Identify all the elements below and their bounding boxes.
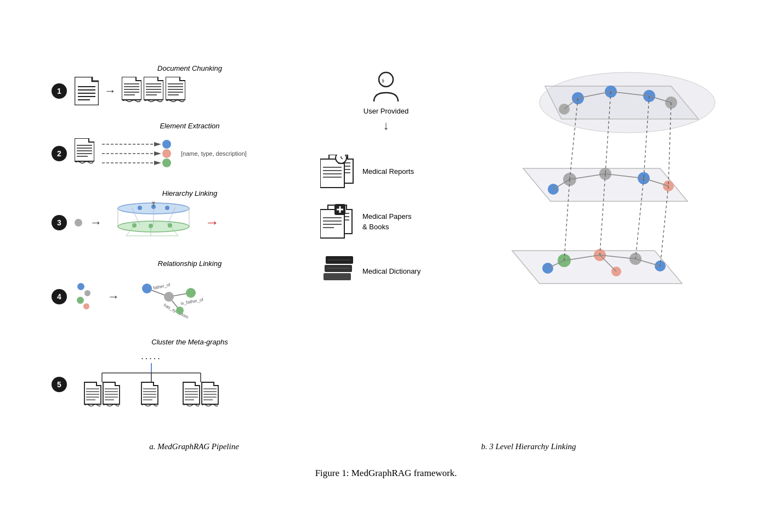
- svg-rect-133: [323, 273, 351, 280]
- svg-text:is_father_of: is_father_of: [180, 297, 204, 306]
- svg-point-103: [379, 72, 393, 87]
- arrow1: →: [104, 84, 116, 98]
- step5-row: 5 .....: [52, 350, 304, 418]
- step1-badge: 1: [52, 83, 67, 99]
- diagram-row: Document Chunking 1: [41, 59, 731, 433]
- rel-graph: father_of has_symptom is_father_of: [125, 272, 213, 321]
- left-panel: Document Chunking 1: [41, 59, 315, 433]
- medical-dictionary-label: Medical Dictionary: [362, 267, 421, 275]
- svg-point-66: [186, 288, 196, 298]
- step2-visual: [name, type, description]: [75, 134, 247, 173]
- doc-single: [75, 77, 99, 105]
- step5-label: Cluster the Meta-graphs: [76, 338, 304, 346]
- svg-point-115: [336, 155, 347, 163]
- svg-text:father_of: father_of: [153, 282, 172, 291]
- step3-label: Hierarchy Linking: [76, 189, 304, 197]
- step5-badge: 5: [52, 377, 67, 392]
- user-provided-label: User Provided: [364, 107, 408, 115]
- gray-dot: [75, 219, 82, 227]
- extract-tag: [name, type, description]: [181, 150, 247, 157]
- step1-section: Document Chunking 1: [52, 64, 304, 105]
- graph-section: [468, 59, 731, 433]
- medical-reports-label: Medical Reports: [362, 167, 414, 176]
- layer-planes: [110, 202, 197, 243]
- svg-text:⚕: ⚕: [382, 78, 384, 84]
- step3-row: 3 →: [52, 202, 304, 243]
- svg-point-36: [162, 140, 171, 149]
- step1-label: Document Chunking: [76, 64, 304, 72]
- step4-visual: → father_of has_symptom is: [75, 272, 213, 321]
- step4-section: Relationship Linking 4 →: [52, 259, 304, 321]
- arrow4: →: [107, 290, 120, 304]
- svg-point-37: [162, 149, 171, 158]
- user-icon: ⚕: [370, 70, 402, 104]
- middle-section: ⚕ User Provided ↓: [315, 59, 457, 433]
- svg-point-65: [164, 292, 174, 302]
- step1-row: 1: [52, 77, 304, 105]
- medical-reports-item: Medical Reports: [320, 155, 452, 188]
- panel-labels: a. MedGraphRAG Pipeline b. 3 Level Hiera…: [41, 442, 731, 451]
- medical-dictionary-item: Medical Dictionary: [320, 256, 452, 286]
- step2-label: Element Extraction: [76, 122, 304, 130]
- figure-caption: Figure 1: MedGraphRAG framework.: [315, 468, 457, 479]
- chunk-doc-1: [122, 77, 141, 105]
- chunk-doc-3: [166, 77, 185, 105]
- svg-point-48: [165, 206, 169, 210]
- step3-badge: 3: [52, 215, 67, 230]
- step2-row: 2: [52, 134, 304, 173]
- step5-section: Cluster the Meta-graphs 5 .....: [52, 338, 304, 418]
- user-provided-section: ⚕ User Provided ↓: [320, 70, 452, 133]
- svg-marker-35: [154, 161, 161, 165]
- step2-badge: 2: [52, 146, 67, 161]
- svg-marker-33: [154, 151, 161, 156]
- extract-arrows: [102, 134, 173, 173]
- medical-reports-icon: [320, 155, 356, 188]
- hierarchy-graph-svg: [468, 59, 720, 333]
- chunk-doc-2: [144, 77, 163, 105]
- svg-point-38: [162, 159, 171, 167]
- step1-visual: →: [75, 77, 185, 105]
- svg-point-67: [176, 307, 184, 314]
- svg-point-46: [138, 206, 142, 210]
- arrow3: →: [90, 216, 102, 230]
- step4-badge: 4: [52, 289, 67, 304]
- right-panel-caption: b. 3 Level Hierarchy Linking: [337, 442, 720, 451]
- medical-papers-label: Medical Papers& Books: [362, 212, 412, 231]
- step4-label: Relationship Linking: [76, 259, 304, 268]
- step3-section: Hierarchy Linking 3 →: [52, 189, 304, 243]
- svg-marker-31: [154, 142, 161, 146]
- step2-section: Element Extraction 2: [52, 122, 304, 173]
- svg-point-64: [142, 284, 152, 293]
- step3-visual: →: [75, 202, 219, 243]
- medical-papers-item: Medical Papers& Books: [320, 204, 452, 240]
- cluster-dots: .....: [141, 350, 162, 362]
- step4-row: 4 →: [52, 272, 304, 321]
- red-arrow: →: [205, 214, 219, 231]
- left-panel-caption: a. MedGraphRAG Pipeline: [52, 442, 337, 451]
- medical-papers-icon: [320, 204, 356, 240]
- main-container: Document Chunking 1: [30, 42, 742, 490]
- chunked-docs: [122, 77, 185, 105]
- step5-visual: .....: [75, 350, 228, 418]
- step2-doc: [75, 138, 94, 169]
- right-panel: ⚕ User Provided ↓: [315, 59, 731, 433]
- medical-dictionary-icon: [320, 256, 356, 286]
- down-arrow: ↓: [383, 118, 389, 133]
- scattered-dots: [75, 280, 102, 313]
